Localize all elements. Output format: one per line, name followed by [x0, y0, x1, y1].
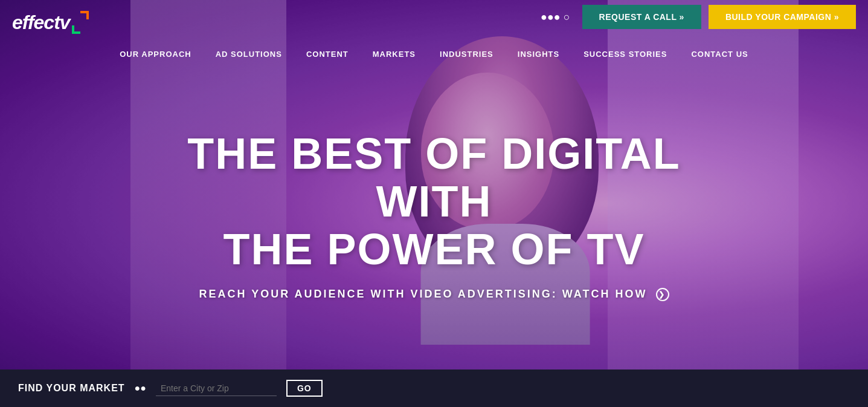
logo-text: effectv — [12, 11, 70, 34]
go-button[interactable]: GO — [286, 380, 323, 397]
bottom-search-icon: ●● — [135, 383, 146, 394]
find-market-label: FIND YOUR MARKET — [18, 383, 125, 394]
site-header: ●●● ○ REQUEST A CALL » BUILD YOUR CAMPAI… — [0, 0, 868, 72]
main-navigation: OUR APPROACH AD SOLUTIONS CONTENT MARKET… — [0, 34, 868, 72]
nav-item-content[interactable]: CONTENT — [294, 45, 361, 63]
city-zip-input[interactable] — [156, 381, 277, 396]
build-campaign-button[interactable]: BUILD YOUR CAMPAIGN » — [709, 5, 856, 29]
header-top-bar: ●●● ○ REQUEST A CALL » BUILD YOUR CAMPAI… — [0, 0, 868, 34]
logo-bracket-icon — [72, 11, 89, 34]
find-market-bar: FIND YOUR MARKET ●● GO — [0, 370, 868, 407]
search-icon[interactable]: ●●● ○ — [541, 11, 570, 24]
nav-item-insights[interactable]: INSIGHTS — [506, 45, 571, 63]
nav-item-markets[interactable]: MARKETS — [361, 45, 428, 63]
nav-item-our-approach[interactable]: OUR APPROACH — [108, 45, 203, 63]
nav-item-success-stories[interactable]: SUCCESS STORIES — [571, 45, 679, 63]
watch-how-icon: ❯ — [656, 288, 669, 301]
logo[interactable]: effectv — [12, 11, 89, 34]
request-call-button[interactable]: REQUEST A CALL » — [582, 5, 701, 29]
nav-item-ad-solutions[interactable]: AD SOLUTIONS — [204, 45, 294, 63]
hero-headline: THE BEST OF DIGITAL WITH THE POWER OF TV — [162, 130, 706, 274]
hero-subheadline[interactable]: REACH YOUR AUDIENCE WITH VIDEO ADVERTISI… — [199, 288, 669, 301]
nav-item-contact-us[interactable]: CONTACT US — [679, 45, 760, 63]
nav-item-industries[interactable]: INDUSTRIES — [428, 45, 506, 63]
hero-section: ●●● ○ REQUEST A CALL » BUILD YOUR CAMPAI… — [0, 0, 868, 407]
